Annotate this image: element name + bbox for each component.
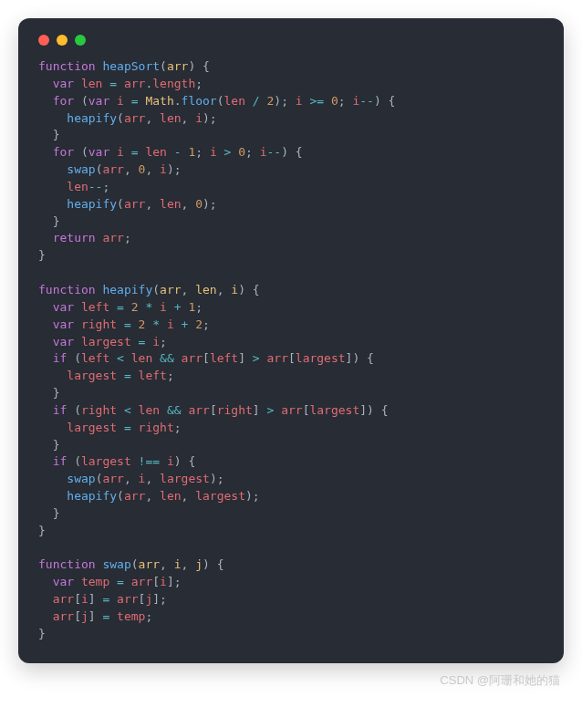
token-ident: right [81,317,117,331]
token-punc [131,369,139,382]
token-punc: [ [288,351,296,365]
close-icon[interactable] [38,35,49,46]
token-fn: swap [67,472,95,485]
token-kw: var [88,94,109,108]
token-punc: , [182,111,196,125]
token-punc [274,403,281,417]
token-punc: ; [102,180,109,193]
token-punc [124,575,131,588]
token-punc: , [182,197,196,211]
token-ident: largest [67,421,117,434]
token-param: i [231,283,238,296]
token-punc: , [145,111,160,125]
token-kw: for [53,145,74,159]
token-punc: ); [210,472,224,485]
token-kw: if [53,454,68,468]
token-ident: largest [296,351,346,365]
token-punc: } [38,128,59,141]
token-ident: largest [195,489,245,503]
minimize-icon[interactable] [57,35,68,46]
token-punc [74,335,81,348]
token-punc [38,162,67,176]
token-punc [38,575,53,588]
token-punc [38,609,53,623]
token-param: arr [160,283,181,296]
token-ident: left [81,351,109,365]
token-punc [38,335,53,348]
token-punc: ( [152,283,160,296]
token-punc: ; [167,369,174,382]
token-op: - [174,145,182,159]
token-kw: var [53,317,74,331]
token-punc: ( [74,94,88,108]
token-op: -- [267,145,282,159]
token-punc: [ [74,609,81,623]
token-punc: ) { [281,145,302,159]
token-fn: heapSort [102,59,160,73]
token-punc: } [38,386,59,400]
token-ident: right [139,421,174,434]
token-ident: arr [102,162,123,176]
token-ident: temp [117,609,145,623]
token-kw: var [53,575,74,588]
token-punc [109,94,117,108]
token-punc [109,609,117,623]
token-op: > [253,351,260,365]
token-ident: left [210,351,238,365]
token-punc: ( [74,145,88,159]
token-punc: ; [124,231,131,244]
token-punc [117,369,124,382]
token-punc [167,145,174,159]
token-punc [38,145,53,159]
token-punc [117,421,124,434]
token-punc [109,351,117,365]
token-punc [38,472,67,485]
token-ident: i [160,162,167,176]
token-op: -- [88,180,103,193]
token-ident: arr [124,489,145,503]
token-op: && [167,403,182,417]
token-punc [160,454,167,468]
token-ident: len [67,180,88,193]
token-ident: len [81,77,102,90]
token-param: arr [139,557,160,571]
token-punc: ) { [203,557,223,571]
token-punc: [ [203,351,210,365]
token-ident: i [152,335,160,348]
token-punc [38,180,67,193]
token-punc [231,145,238,159]
token-kw: for [53,94,74,108]
token-kw: if [53,351,68,365]
token-ident: right [217,403,253,417]
token-punc [131,335,139,348]
token-param: j [195,557,203,571]
token-punc: ; [174,421,182,434]
token-ident: arr [188,403,209,417]
token-op: = [131,145,139,159]
token-ident: len [160,111,181,125]
token-ident: i [296,94,303,108]
token-punc: } [38,524,46,537]
token-punc: ) { [374,94,395,108]
token-punc [74,575,81,588]
token-punc [38,592,53,606]
token-punc: ; [195,145,210,159]
token-punc: ; [160,335,167,348]
token-ident: i [260,145,267,159]
maximize-icon[interactable] [75,35,86,46]
token-punc [74,77,81,90]
token-punc: ] [88,609,103,623]
token-op: + [174,300,182,314]
token-ident: arr [124,197,145,211]
token-punc [38,94,53,108]
token-punc [38,403,53,417]
token-ident: len [224,94,245,108]
token-punc [38,454,53,468]
token-punc [174,351,182,365]
token-punc [260,94,267,108]
token-punc: } [38,506,59,520]
token-kw: var [53,77,74,90]
token-ident: arr [117,592,138,606]
token-punc [124,94,131,108]
token-ident: arr [102,231,123,244]
